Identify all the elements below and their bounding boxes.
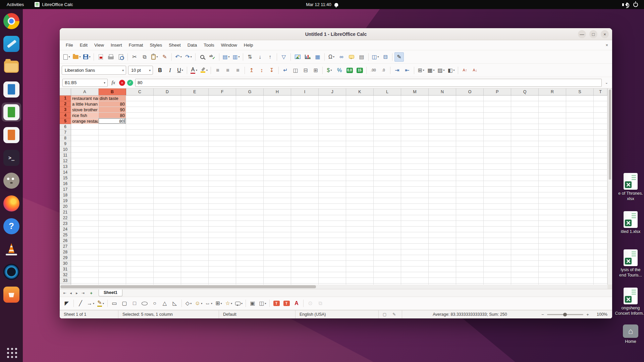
cell-D6[interactable] (154, 124, 181, 130)
cell-S18[interactable] (566, 192, 594, 198)
cell-J4[interactable] (319, 113, 346, 118)
cell-P10[interactable] (484, 147, 511, 153)
cell-I21[interactable] (291, 209, 319, 215)
cell-P7[interactable] (484, 130, 511, 135)
cell-Q16[interactable] (511, 181, 539, 187)
menu-edit[interactable]: Edit (76, 41, 91, 49)
cell-I33[interactable] (291, 278, 319, 284)
cell-H19[interactable] (264, 198, 291, 204)
cell-G16[interactable] (236, 181, 264, 187)
cell-I16[interactable] (291, 181, 319, 187)
cell-J24[interactable] (319, 227, 346, 232)
cell-F9[interactable] (209, 141, 236, 147)
cell-B28[interactable] (99, 249, 126, 255)
redo-dropdown[interactable]: ▾ (191, 55, 192, 58)
row-header-27[interactable]: 27 (60, 244, 71, 249)
spelling-button[interactable] (208, 52, 217, 62)
cell-A20[interactable] (71, 204, 99, 209)
conditional-formatting-button[interactable]: ◧▾ (446, 66, 456, 75)
cell-J23[interactable] (319, 221, 346, 227)
home-folder[interactable]: ⌂ Home (614, 324, 644, 345)
dock-item-gimp[interactable] (2, 171, 21, 190)
cell-Q13[interactable] (511, 164, 539, 170)
row-header-23[interactable]: 23 (60, 221, 71, 227)
cell-T12[interactable] (594, 158, 607, 164)
column-header-I[interactable]: I (291, 88, 319, 95)
cell-M18[interactable] (401, 192, 429, 198)
cell-S28[interactable] (566, 249, 594, 255)
cell-D21[interactable] (154, 209, 181, 215)
cell-E3[interactable] (181, 107, 209, 113)
cell-C7[interactable] (126, 130, 154, 135)
block-arrows-dropdown[interactable]: ▾ (211, 302, 212, 305)
cell-L9[interactable] (374, 141, 401, 147)
cell-B21[interactable] (99, 209, 126, 215)
cell-H33[interactable] (264, 278, 291, 284)
cell-B14[interactable] (99, 170, 126, 175)
cell-D23[interactable] (154, 221, 181, 227)
cell-H7[interactable] (264, 130, 291, 135)
column-header-D[interactable]: D (154, 88, 181, 95)
cell-N26[interactable] (429, 238, 456, 244)
cell-Q19[interactable] (511, 198, 539, 204)
dock-item-files[interactable] (2, 57, 21, 76)
cell-K32[interactable] (346, 272, 374, 278)
cell-S4[interactable] (566, 113, 594, 118)
undo-dropdown[interactable]: ▾ (180, 55, 182, 58)
cell-K19[interactable] (346, 198, 374, 204)
increase-font-size-button[interactable]: A↑ (460, 66, 470, 75)
row-header-7[interactable]: 7 (60, 130, 71, 135)
horizontal-scrollbar[interactable] (60, 285, 607, 289)
cell-R22[interactable] (539, 215, 566, 221)
cell-D14[interactable] (154, 170, 181, 175)
cell-N6[interactable] (429, 124, 456, 130)
cell-L32[interactable] (374, 272, 401, 278)
cell-S33[interactable] (566, 278, 594, 284)
cell-B26[interactable] (99, 238, 126, 244)
column-header-O[interactable]: O (456, 88, 484, 95)
cell-O3[interactable] (456, 107, 484, 113)
cell-Q32[interactable] (511, 272, 539, 278)
cell-H15[interactable] (264, 175, 291, 181)
cell-A8[interactable] (71, 135, 99, 141)
cell-J20[interactable] (319, 204, 346, 209)
row-header-33[interactable]: 33 (60, 278, 71, 284)
callouts-button[interactable]: ▾ (234, 299, 244, 308)
row-header-28[interactable]: 28 (60, 249, 71, 255)
cell-H8[interactable] (264, 135, 291, 141)
insert-image-button[interactable] (293, 52, 302, 62)
cell-H17[interactable] (264, 187, 291, 192)
cell-A21[interactable] (71, 209, 99, 215)
cell-K8[interactable] (346, 135, 374, 141)
cell-A29[interactable] (71, 255, 99, 261)
column-header-L[interactable]: L (374, 88, 401, 95)
cell-B29[interactable] (99, 255, 126, 261)
cell-P15[interactable] (484, 175, 511, 181)
cell-N4[interactable] (429, 113, 456, 118)
cell-D26[interactable] (154, 238, 181, 244)
cell-D11[interactable] (154, 153, 181, 158)
center-vertically-button[interactable]: ↕ (257, 66, 266, 75)
cell-R19[interactable] (539, 198, 566, 204)
cell-N12[interactable] (429, 158, 456, 164)
cell-K9[interactable] (346, 141, 374, 147)
freeze-rows-and-columns-button[interactable]: ◫▾ (371, 52, 380, 62)
print-preview-button[interactable] (116, 52, 125, 62)
column-header-Q[interactable]: Q (511, 88, 539, 95)
cell-P4[interactable] (484, 113, 511, 118)
cell-J7[interactable] (319, 130, 346, 135)
cell-Q10[interactable] (511, 147, 539, 153)
row-header-4[interactable]: 4 (60, 113, 71, 118)
cell-N7[interactable] (429, 130, 456, 135)
cell-F8[interactable] (209, 135, 236, 141)
cell-B33[interactable] (99, 278, 126, 284)
cell-O27[interactable] (456, 244, 484, 249)
cell-E14[interactable] (181, 170, 209, 175)
cell-D5[interactable] (154, 118, 181, 124)
cell-J12[interactable] (319, 158, 346, 164)
document-modified-icon[interactable]: ✎ (392, 312, 396, 317)
cell-E19[interactable] (181, 198, 209, 204)
column-dropdown[interactable]: ▾ (238, 55, 240, 58)
cell-S17[interactable] (566, 187, 594, 192)
cell-H4[interactable] (264, 113, 291, 118)
